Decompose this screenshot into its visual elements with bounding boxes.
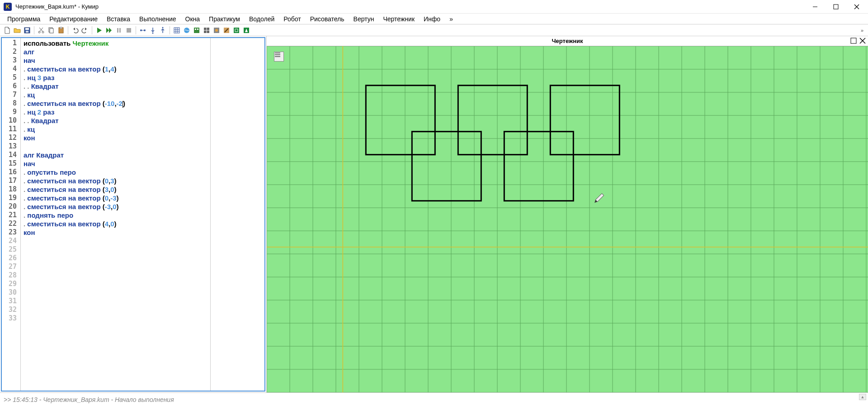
maximize-icon	[850, 37, 857, 44]
line-number: 25	[2, 245, 20, 254]
actor-2-button[interactable]	[182, 26, 191, 35]
svg-rect-91	[458, 86, 527, 155]
step-out-button[interactable]	[158, 26, 167, 35]
line-number: 30	[2, 288, 20, 297]
robot-icon	[193, 27, 200, 34]
code-line: . сместиться на вектор (0,3)	[24, 177, 208, 185]
minimize-button[interactable]	[805, 0, 826, 14]
svg-point-20	[152, 32, 154, 33]
run-fast-button[interactable]	[104, 26, 113, 35]
line-number: 28	[2, 271, 20, 280]
code-line: использовать Чертежник	[24, 39, 208, 48]
svg-rect-93	[412, 132, 481, 201]
copy-icon	[47, 27, 55, 34]
run-button[interactable]	[94, 26, 104, 35]
line-number: 21	[2, 211, 20, 220]
code-line: . нц 3 раз	[24, 73, 208, 82]
undo-button[interactable]	[71, 26, 80, 35]
line-number: 27	[2, 263, 20, 271]
close-icon	[853, 3, 860, 10]
code-editor[interactable]: 1234567891011121314151617181920212223242…	[1, 37, 265, 392]
actor-3-button[interactable]	[192, 26, 201, 35]
copy-button[interactable]	[47, 26, 56, 35]
line-number: 13	[2, 142, 20, 151]
drawing-canvas[interactable]	[267, 46, 868, 392]
paste-button[interactable]	[57, 26, 66, 35]
svg-point-7	[38, 31, 40, 33]
svg-rect-95	[595, 193, 604, 201]
line-number: 19	[2, 194, 20, 202]
svg-point-19	[144, 29, 146, 31]
window-title: Чертежник_Варя.kum* - Кумир	[15, 3, 99, 10]
menu-item[interactable]: Окна	[181, 14, 205, 24]
menu-item[interactable]: Водолей	[245, 14, 279, 24]
canvas-menu-button[interactable]	[274, 52, 284, 62]
line-number: 26	[2, 254, 20, 263]
code-line: . сместиться на вектор (0,-3)	[24, 194, 208, 202]
actor-7-button[interactable]	[232, 26, 241, 35]
code-line: нач	[24, 159, 208, 168]
canvas-close-button[interactable]	[859, 37, 866, 44]
step-button[interactable]	[138, 26, 147, 35]
pause-icon	[115, 27, 123, 34]
menu-item[interactable]: Рисователь	[306, 14, 349, 24]
svg-rect-40	[851, 38, 856, 43]
code-line: алг	[24, 48, 208, 56]
menu-item[interactable]: Вставка	[102, 14, 135, 24]
menu-item[interactable]: Чертежник	[378, 14, 419, 24]
line-number: 20	[2, 202, 20, 211]
actor-8-button[interactable]	[242, 26, 251, 35]
actor-4-button[interactable]	[202, 26, 211, 35]
line-number: 29	[2, 280, 20, 288]
menu-item[interactable]: Редактирование	[45, 14, 102, 24]
svg-rect-15	[117, 28, 118, 33]
open-file-button[interactable]	[13, 26, 22, 35]
svg-point-8	[42, 31, 44, 33]
menu-item[interactable]: Программа	[3, 14, 45, 24]
menu-item[interactable]: Инфо	[419, 14, 445, 24]
line-number: 14	[2, 151, 20, 159]
menu-item[interactable]: Робот	[279, 14, 305, 24]
line-number: 11	[2, 125, 20, 134]
margin-area	[211, 38, 264, 391]
maximize-button[interactable]	[826, 0, 846, 14]
canvas-pane: Чертежник	[267, 36, 868, 392]
file-icon	[4, 27, 11, 34]
actor-1-button[interactable]	[172, 26, 181, 35]
toolbar-expand-button[interactable]: »	[859, 26, 865, 35]
close-button[interactable]	[846, 0, 867, 14]
code-line: алг Квадрат	[24, 151, 208, 159]
new-file-button[interactable]	[3, 26, 12, 35]
code-line: . . Квадрат	[24, 82, 208, 91]
canvas-maximize-button[interactable]	[850, 37, 857, 44]
line-number: 6	[2, 82, 20, 91]
code-line: нач	[24, 56, 208, 65]
console-scroll-up[interactable]: ▲	[859, 394, 866, 400]
step-out-icon	[159, 27, 166, 34]
menu-item[interactable]: Практикум	[204, 14, 245, 24]
line-number: 7	[2, 91, 20, 99]
line-number: 1	[2, 39, 20, 48]
code-line: . сместиться на вектор (4,0)	[24, 220, 208, 228]
line-number: 22	[2, 220, 20, 228]
play-fast-icon	[105, 27, 113, 34]
cut-button[interactable]	[37, 26, 46, 35]
pause-button[interactable]	[114, 26, 123, 35]
step-into-button[interactable]	[148, 26, 157, 35]
save-file-button[interactable]	[23, 26, 32, 35]
svg-point-35	[215, 29, 218, 32]
menu-item[interactable]: Вертун	[349, 14, 379, 24]
line-number: 15	[2, 159, 20, 168]
menu-item[interactable]: Выполнение	[135, 14, 180, 24]
line-number: 23	[2, 228, 20, 237]
svg-line-10	[39, 28, 42, 31]
code-line: . . Квадрат	[24, 116, 208, 125]
menu-item[interactable]: »	[445, 14, 458, 24]
code-area[interactable]: использовать Чертежникалгнач. сместиться…	[21, 38, 211, 391]
actor-5-button[interactable]	[212, 26, 221, 35]
maximize-icon	[832, 3, 840, 10]
stop-button[interactable]	[124, 26, 133, 35]
svg-line-9	[40, 28, 43, 31]
actor-6-button[interactable]	[222, 26, 231, 35]
redo-button[interactable]	[80, 26, 90, 35]
